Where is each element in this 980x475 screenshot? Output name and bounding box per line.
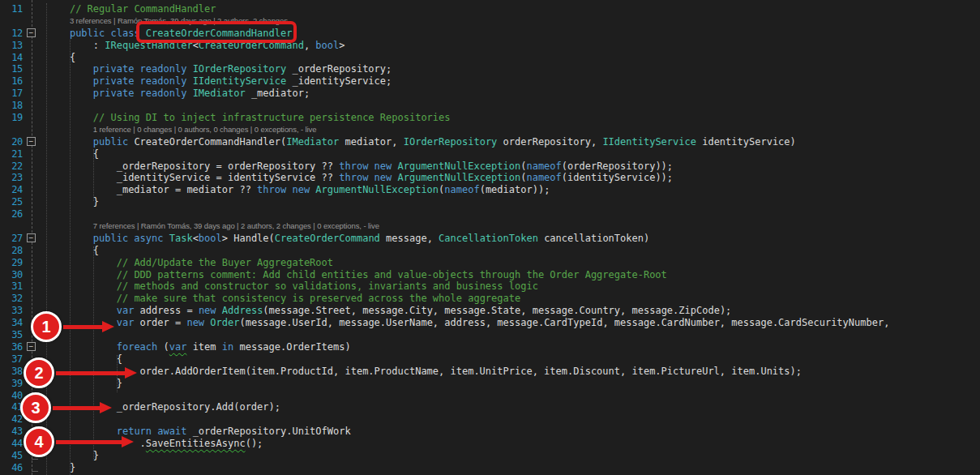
outlining-margin (23, 293, 46, 305)
outlining-margin: − (23, 136, 46, 148)
code-line[interactable]: 15 private readonly IOrderRepository _or… (0, 63, 980, 75)
line-number[interactable]: 16 (0, 75, 23, 88)
line-number[interactable]: 25 (0, 196, 23, 208)
outlining-margin (23, 148, 46, 160)
code-rows: 11 // Regular CommandHandler3 references… (0, 3, 980, 475)
code-line[interactable]: 16 private readonly IIdentityService _id… (0, 75, 980, 88)
line-number[interactable]: 29 (0, 257, 23, 269)
codelens-row[interactable]: 7 references | Ramón Tomás, 39 days ago … (0, 220, 980, 233)
line-number[interactable]: 26 (0, 208, 23, 220)
code-text: _orderRepository = orderRepository ?? th… (46, 160, 673, 173)
code-line[interactable]: 25 } (0, 196, 980, 208)
outlining-margin (23, 184, 46, 196)
line-number[interactable]: 41 (0, 401, 23, 413)
line-number[interactable]: 21 (0, 148, 23, 160)
line-number[interactable]: 13 (0, 40, 23, 52)
line-number[interactable]: 19 (0, 112, 23, 124)
code-line[interactable]: 24 _mediator = mediator ?? throw new Arg… (0, 184, 980, 196)
line-number[interactable]: 46 (0, 462, 23, 474)
code-line[interactable]: 29 // Add/Update the Buyer AggregateRoot (0, 257, 980, 269)
outlining-margin (23, 317, 46, 329)
code-text: { (46, 148, 99, 160)
code-line[interactable]: 20− public CreateOrderCommandHandler(IMe… (0, 136, 980, 148)
line-number[interactable]: 30 (0, 269, 23, 281)
line-number[interactable]: 22 (0, 160, 23, 173)
fold-collapse-toggle[interactable]: − (27, 28, 36, 37)
line-number[interactable]: 32 (0, 293, 23, 305)
code-line[interactable]: 35 (0, 329, 980, 341)
line-number[interactable]: 20 (0, 136, 23, 148)
code-line[interactable]: 44 .SaveEntitiesAsync(); (0, 438, 980, 450)
code-line[interactable]: 39 } (0, 378, 980, 390)
line-number[interactable]: 12 (0, 28, 23, 40)
outlining-margin (23, 245, 46, 257)
code-line[interactable]: 46 } (0, 462, 980, 474)
line-number[interactable]: 38 (0, 366, 23, 378)
code-line[interactable]: 31 // methods and constructor so validat… (0, 280, 980, 293)
codelens-row[interactable]: 3 references | Ramón Tomás, 39 days ago … (0, 15, 980, 28)
code-editor[interactable]: 11 // Regular CommandHandler3 references… (0, 0, 980, 475)
code-line[interactable]: 43 return await _orderRepository.UnitOfW… (0, 426, 980, 438)
outlining-margin (23, 413, 46, 426)
line-number[interactable]: 35 (0, 329, 23, 341)
line-number[interactable]: 24 (0, 184, 23, 196)
code-line[interactable]: 38 order.AddOrderItem(item.ProductId, it… (0, 366, 980, 378)
code-line[interactable]: 41 _orderRepository.Add(order); (0, 401, 980, 413)
outlining-margin: − (23, 28, 46, 40)
line-number[interactable]: 33 (0, 305, 23, 317)
line-number[interactable]: 39 (0, 378, 23, 390)
fold-collapse-toggle[interactable]: − (27, 233, 36, 242)
code-line[interactable]: 23 _identityService = identityService ??… (0, 172, 980, 184)
code-line[interactable]: 30 // DDD patterns comment: Add child en… (0, 269, 980, 281)
line-number[interactable]: 23 (0, 172, 23, 184)
line-number[interactable]: 17 (0, 88, 23, 100)
code-line[interactable]: 19 // Using DI to inject infrastructure … (0, 112, 980, 124)
line-number[interactable]: 15 (0, 63, 23, 75)
code-line[interactable]: 13 : IRequestHandler<CreateOrderCommand,… (0, 40, 980, 52)
code-line[interactable]: 12− public class CreateOrderCommandHandl… (0, 28, 980, 40)
line-number[interactable]: 45 (0, 450, 23, 462)
code-line[interactable]: 40 (0, 390, 980, 402)
line-number[interactable]: 14 (0, 52, 23, 64)
code-line[interactable]: 36− foreach (var item in message.OrderIt… (0, 341, 980, 353)
codelens-info[interactable]: 1 reference | 0 changes | 0 authors, 0 c… (93, 124, 317, 136)
outlining-margin (23, 88, 46, 100)
code-line[interactable]: 27− public async Task<bool> Handle(Creat… (0, 233, 980, 245)
codelens-row[interactable]: 1 reference | 0 changes | 0 authors, 0 c… (0, 124, 980, 136)
line-number[interactable]: 37 (0, 353, 23, 366)
outlining-margin (23, 172, 46, 184)
code-line[interactable]: 28 { (0, 245, 980, 257)
code-text: } (46, 450, 99, 462)
codelens-info[interactable]: 7 references | Ramón Tomás, 39 days ago … (93, 220, 379, 233)
line-number[interactable]: 42 (0, 413, 23, 426)
line-number[interactable]: 11 (0, 3, 23, 15)
line-number[interactable]: 36 (0, 341, 23, 353)
code-line[interactable]: 18 (0, 100, 980, 112)
code-line[interactable]: 14 { (0, 52, 980, 64)
code-line[interactable]: 22 _orderRepository = orderRepository ??… (0, 160, 980, 173)
line-number[interactable]: 44 (0, 438, 23, 450)
code-line[interactable]: 11 // Regular CommandHandler (0, 3, 980, 15)
line-number[interactable]: 28 (0, 245, 23, 257)
code-line[interactable]: 21 { (0, 148, 980, 160)
line-number[interactable]: 31 (0, 280, 23, 293)
code-text: // methods and constructor so validation… (46, 280, 538, 293)
fold-collapse-toggle[interactable]: − (27, 342, 36, 351)
codelens-info[interactable]: 3 references | Ramón Tomás, 39 days ago … (70, 15, 288, 28)
code-line[interactable]: 45 } (0, 450, 980, 462)
code-line[interactable]: 17 private readonly IMediator _mediator; (0, 88, 980, 100)
code-line[interactable]: 34 var order = new Order(message.UserId,… (0, 317, 980, 329)
line-number[interactable]: 34 (0, 317, 23, 329)
line-number[interactable]: 18 (0, 100, 23, 112)
code-text: { (46, 353, 122, 366)
code-line[interactable]: 37 { (0, 353, 980, 366)
code-line[interactable]: 33 var address = new Address(message.Str… (0, 305, 980, 317)
line-number[interactable]: 27 (0, 233, 23, 245)
code-line[interactable]: 42 (0, 413, 980, 426)
code-text: { (46, 52, 75, 64)
line-number[interactable]: 43 (0, 426, 23, 438)
line-number[interactable]: 40 (0, 390, 23, 402)
code-line[interactable]: 26 (0, 208, 980, 220)
code-line[interactable]: 32 // make sure that consistency is pres… (0, 293, 980, 305)
fold-collapse-toggle[interactable]: − (27, 137, 36, 146)
